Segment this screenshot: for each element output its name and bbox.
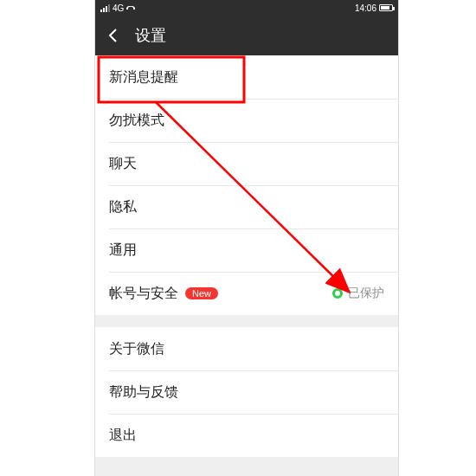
status-bar: 4G 14:06 <box>95 0 398 16</box>
row-privacy[interactable]: 隐私 <box>95 185 398 228</box>
row-do-not-disturb[interactable]: 勿扰模式 <box>95 99 398 142</box>
row-new-message-notify[interactable]: 新消息提醒 <box>95 55 398 99</box>
row-label: 退出 <box>109 427 137 445</box>
row-help-feedback[interactable]: 帮助与反馈 <box>95 370 398 414</box>
row-label: 新消息提醒 <box>109 68 178 87</box>
group-gap <box>95 315 398 327</box>
wifi-icon <box>126 4 135 11</box>
row-chat[interactable]: 聊天 <box>95 142 398 185</box>
row-about-wechat[interactable]: 关于微信 <box>95 327 398 370</box>
page-title: 设置 <box>135 25 166 46</box>
battery-icon <box>379 4 393 11</box>
row-label: 勿扰模式 <box>109 112 164 130</box>
row-label: 隐私 <box>109 198 137 216</box>
network-label: 4G <box>113 3 124 13</box>
row-label: 关于微信 <box>109 340 164 358</box>
row-logout[interactable]: 退出 <box>95 414 398 457</box>
row-label: 帮助与反馈 <box>109 383 178 402</box>
phone-frame: 4G 14:06 设置 新消息提醒 勿扰模式 聊天 隐私 通用 <box>95 0 398 476</box>
status-left: 4G <box>100 3 135 13</box>
row-status: 已保护 <box>332 286 384 301</box>
status-right: 14:06 <box>355 3 393 13</box>
back-icon[interactable] <box>104 26 123 45</box>
check-ok-icon <box>332 288 343 299</box>
settings-group-1: 新消息提醒 勿扰模式 聊天 隐私 通用 帐号与安全 New 已保护 <box>95 55 398 315</box>
signal-icon <box>100 4 110 12</box>
clock: 14:06 <box>355 3 376 13</box>
settings-group-2: 关于微信 帮助与反馈 退出 <box>95 327 398 457</box>
nav-bar: 设置 <box>95 16 398 55</box>
row-general[interactable]: 通用 <box>95 228 398 272</box>
row-label: 帐号与安全 <box>109 285 178 303</box>
row-account-security[interactable]: 帐号与安全 New 已保护 <box>95 272 398 315</box>
status-text: 已保护 <box>348 286 384 301</box>
row-label: 通用 <box>109 241 137 260</box>
row-label: 聊天 <box>109 155 137 173</box>
new-badge: New <box>185 287 218 299</box>
